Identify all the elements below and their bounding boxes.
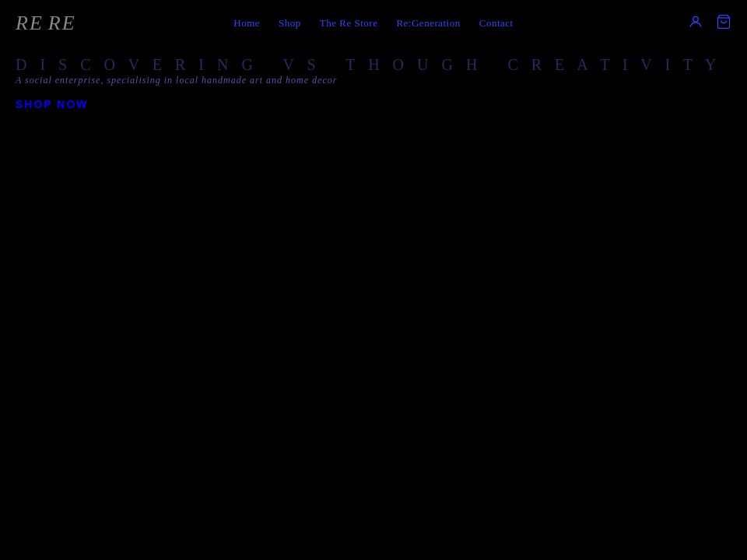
- nav-icons: [688, 14, 731, 33]
- nav-restore[interactable]: The Re Store: [320, 17, 378, 30]
- logo-left-text: RE: [16, 12, 44, 35]
- hero-subtitle: A social enterprise, specialising in loc…: [16, 75, 731, 86]
- site-header: RE RE Home Shop The Re Store Re:Generati…: [0, 0, 747, 47]
- nav-contact[interactable]: Contact: [479, 17, 514, 30]
- nav-regeneration[interactable]: Re:Generation: [396, 17, 460, 30]
- svg-point-0: [693, 16, 699, 22]
- cart-icon[interactable]: [716, 14, 731, 33]
- hero-title-container: D I S C O V E R I N G V S T H O U G H C …: [16, 54, 731, 75]
- logo-right-text: RE: [48, 12, 76, 35]
- logo[interactable]: RE RE: [16, 12, 76, 35]
- nav-home[interactable]: Home: [233, 17, 260, 30]
- main-nav: Home Shop The Re Store Re:Generation Con…: [233, 17, 513, 30]
- nav-shop[interactable]: Shop: [279, 17, 301, 30]
- hero-section: D I S C O V E R I N G V S T H O U G H C …: [0, 47, 747, 111]
- user-icon[interactable]: [688, 14, 703, 33]
- shop-now-button[interactable]: SHOP NOW: [16, 98, 89, 110]
- hero-title-line1: D I S C O V E R I N G V S T H O U G H C …: [16, 54, 731, 75]
